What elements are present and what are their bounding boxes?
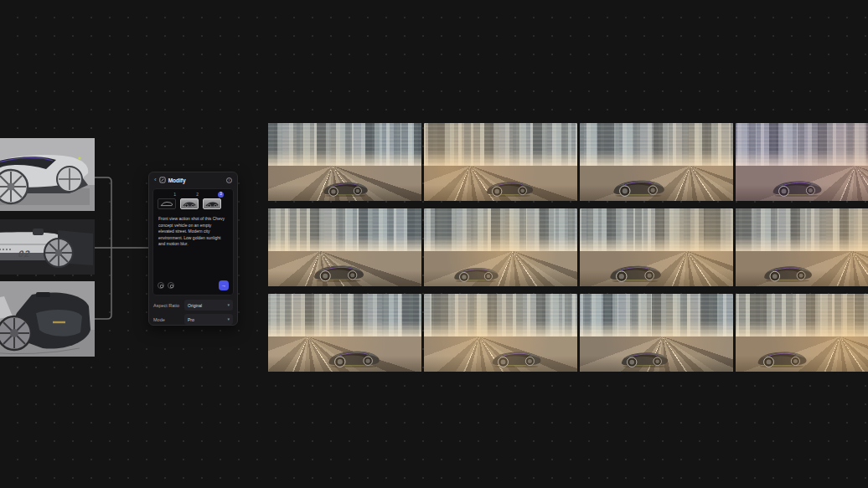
color-tint <box>736 294 868 372</box>
generated-image-12[interactable] <box>736 294 868 372</box>
panel-header: ‹ Modify i <box>149 172 237 187</box>
reference-thumbnail-2[interactable]: 2 <box>180 198 199 209</box>
generated-image-10[interactable] <box>424 294 577 372</box>
attachment-icon[interactable] <box>158 282 164 289</box>
generated-image-8[interactable] <box>736 208 868 286</box>
input-node-sketch-render[interactable] <box>0 281 95 357</box>
aspect-ratio-value: Original <box>188 303 202 308</box>
studio-render-image <box>0 138 95 211</box>
mode-row: Mode Pro ▾ <box>153 314 233 325</box>
thumbnail-number: 2 <box>196 193 199 197</box>
color-tint <box>424 294 577 372</box>
chevron-down-icon: ▾ <box>227 317 230 321</box>
back-icon[interactable]: ‹ <box>154 177 157 183</box>
generated-image-3[interactable] <box>580 123 733 201</box>
thumbnail-image-render <box>180 198 199 209</box>
color-tint <box>268 123 421 201</box>
input-node-side-render[interactable]: 02 <box>0 219 95 275</box>
thumbnail-number: 1 <box>173 193 176 197</box>
mode-select[interactable]: Pro ▾ <box>184 314 233 325</box>
modify-icon <box>159 177 166 183</box>
color-tint <box>424 123 577 201</box>
chevron-down-icon: ▾ <box>227 303 230 307</box>
reference-thumbnails: 1 2 3 <box>158 198 221 209</box>
sketch-render-image <box>0 281 95 357</box>
reference-thumbnail-1[interactable]: 1 <box>158 198 176 209</box>
prompt-card: 1 2 3 Front view <box>152 188 234 295</box>
node-canvas[interactable]: 02 ‹ Modify i <box>0 0 868 488</box>
color-tint <box>268 294 421 372</box>
generated-image-5[interactable] <box>268 208 421 286</box>
color-tint <box>268 208 421 286</box>
render-marking: 02 <box>18 249 31 259</box>
thumbnail-image-render <box>203 198 221 209</box>
generated-image-6[interactable] <box>424 208 577 286</box>
aspect-ratio-label: Aspect Ratio <box>153 303 179 308</box>
prompt-toolbar: → <box>158 280 229 290</box>
generated-image-9[interactable] <box>268 294 421 372</box>
side-render-image <box>0 219 95 275</box>
generated-image-4[interactable] <box>736 123 868 201</box>
thumbnail-image-sketch <box>158 198 176 209</box>
color-tint <box>736 123 868 201</box>
generate-button[interactable]: → <box>219 280 229 290</box>
aspect-ratio-select[interactable]: Original ▾ <box>184 300 233 311</box>
generation-grid <box>268 123 868 372</box>
generated-image-7[interactable] <box>580 208 733 286</box>
panel-title: Modify <box>168 177 186 183</box>
generated-image-1[interactable] <box>268 123 421 201</box>
color-tint <box>580 208 733 286</box>
thumbnail-selected-badge: 3 <box>218 192 224 198</box>
prompt-text[interactable]: Front view action shot of this Chevy con… <box>158 216 228 248</box>
color-tint <box>580 123 733 201</box>
mode-value: Pro <box>188 317 194 322</box>
aspect-ratio-row: Aspect Ratio Original ▾ <box>153 300 233 311</box>
color-tint <box>580 294 733 372</box>
color-tint <box>424 208 577 286</box>
input-node-studio-render[interactable] <box>0 138 95 211</box>
reference-thumbnail-3[interactable]: 3 <box>203 198 221 209</box>
modify-panel: ‹ Modify i 1 2 <box>148 172 238 326</box>
history-icon[interactable] <box>168 282 174 289</box>
info-icon[interactable]: i <box>226 177 232 183</box>
mode-label: Mode <box>153 317 165 322</box>
generated-image-2[interactable] <box>424 123 577 201</box>
generated-image-11[interactable] <box>580 294 733 372</box>
color-tint <box>736 208 868 286</box>
